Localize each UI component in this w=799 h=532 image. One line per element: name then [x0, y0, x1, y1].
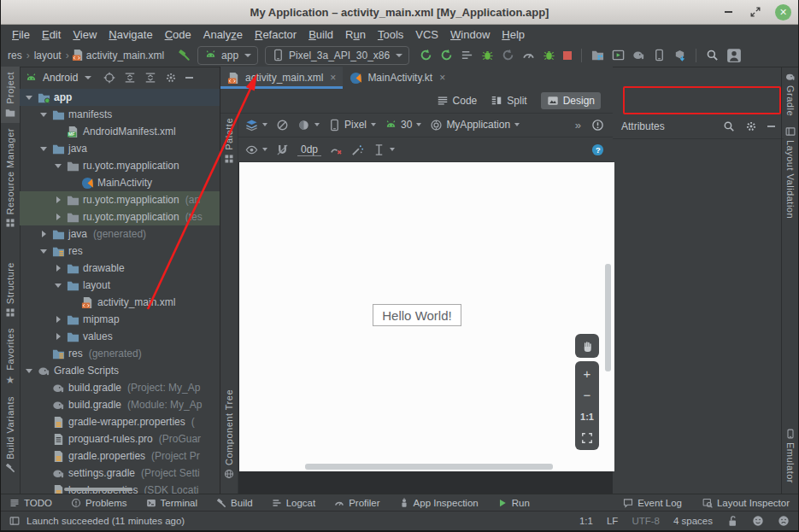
app-inspection-button[interactable]: App Inspection [399, 498, 479, 508]
device-preview-surface[interactable]: Hello World! [239, 162, 614, 471]
build-hammer-icon[interactable] [178, 49, 191, 61]
infer-constraints-icon[interactable] [351, 143, 364, 156]
avd-manager-icon[interactable] [653, 49, 666, 61]
breadcrumb-layout[interactable]: layout [32, 50, 63, 61]
horizontal-scrollbar[interactable] [305, 464, 553, 470]
clear-constraints-icon[interactable] [330, 143, 343, 156]
profiler-gauge-icon[interactable] [522, 49, 535, 61]
locate-file-icon[interactable] [103, 72, 115, 84]
autoconnect-icon[interactable] [276, 143, 289, 156]
vertical-scrollbar[interactable] [605, 264, 611, 371]
tree-item-settings-gradle[interactable]: settings.gradle(Project Setti [20, 465, 220, 482]
lock-icon[interactable] [726, 515, 738, 527]
apply-code-changes-icon[interactable] [461, 49, 473, 61]
chevron-down-icon[interactable] [54, 161, 63, 171]
overflow-chevron[interactable]: » [575, 119, 581, 132]
gear-icon[interactable] [745, 120, 757, 132]
zoom-in-button[interactable]: + [575, 363, 599, 384]
frown-face-icon[interactable] [778, 515, 790, 527]
chevron-right-icon[interactable] [39, 230, 49, 239]
mode-code-button[interactable]: Code [437, 95, 478, 107]
sidebar-item-build-variants[interactable]: Build Variants [5, 391, 15, 478]
menu-analyze[interactable]: Analyze [197, 28, 249, 41]
tree-item-activity-main-xml[interactable]: activity_main.xml [20, 294, 220, 311]
tree-item-mainactivity[interactable]: MainActivity [20, 174, 220, 191]
tree-item-res[interactable]: res [20, 243, 220, 260]
orientation-icon[interactable] [276, 119, 289, 132]
night-mode-select[interactable] [297, 119, 320, 132]
horizontal-scrollbar[interactable] [64, 488, 132, 491]
tree-item-androidmanifest[interactable]: AndroidManifest.xml [20, 123, 220, 140]
minimize-button[interactable] [720, 4, 736, 20]
tool-window-toggle-icon[interactable] [9, 516, 20, 526]
device-select[interactable]: Pixel_3a_API_30_x86 [265, 46, 409, 65]
restore-button[interactable] [748, 4, 763, 20]
tree-item-build-gradle-module[interactable]: build.gradle(Module: My_Ap [20, 396, 220, 413]
chevron-right-icon[interactable] [54, 315, 63, 324]
apply-changes-icon[interactable] [440, 49, 453, 61]
run-icon[interactable] [420, 49, 432, 61]
chevron-down-icon[interactable] [39, 110, 49, 120]
tree-item-java[interactable]: java [20, 140, 220, 157]
menu-vcs[interactable]: VCS [409, 28, 444, 41]
breadcrumb-file[interactable]: activity_main.xml [85, 50, 166, 61]
event-log-button[interactable]: Event Log [623, 498, 682, 508]
tree-item-manifests[interactable]: manifests [20, 106, 220, 123]
chevron-down-icon[interactable] [39, 247, 49, 256]
indent-setting[interactable]: 4 spaces [673, 516, 713, 526]
close-button[interactable]: ✕ [775, 4, 791, 20]
design-surface-select[interactable] [245, 119, 267, 132]
file-encoding[interactable]: UTF-8 [632, 516, 660, 526]
mode-design-button[interactable]: Design [541, 92, 601, 109]
running-devices-icon[interactable] [612, 49, 625, 61]
chevron-right-icon[interactable] [54, 264, 63, 273]
sidebar-item-gradle[interactable]: Gradle [785, 67, 796, 121]
chevron-right-icon[interactable] [54, 332, 63, 342]
tree-item-res-generated[interactable]: res(generated) [20, 345, 220, 362]
logcat-button[interactable]: Logcat [272, 498, 316, 508]
sidebar-item-resource-manager[interactable]: Resource Manager [5, 123, 15, 234]
sidebar-item-emulator[interactable]: Emulator [785, 424, 796, 488]
menu-run[interactable]: Run [339, 28, 372, 41]
chevron-down-icon[interactable] [39, 144, 49, 154]
api-version-select[interactable]: 30 [385, 119, 421, 132]
menu-build[interactable]: Build [303, 28, 339, 41]
project-view-select[interactable]: Android [43, 72, 78, 84]
sdk-manager-icon[interactable] [673, 49, 686, 61]
chevron-down-icon[interactable] [25, 366, 34, 376]
chevron-right-icon[interactable] [54, 196, 63, 205]
tab-activity-main-xml[interactable]: activity_main.xml × [220, 67, 343, 89]
run-configuration-select[interactable]: app [197, 46, 258, 65]
todo-button[interactable]: TODO [9, 498, 52, 508]
tree-item-app[interactable]: app [20, 89, 220, 106]
menu-window[interactable]: Window [444, 28, 496, 41]
problems-button[interactable]: Problems [71, 498, 127, 508]
debug-icon[interactable] [481, 49, 494, 61]
mode-split-button[interactable]: Split [491, 95, 526, 107]
hide-panel-icon[interactable] [767, 126, 775, 127]
menu-help[interactable]: Help [496, 28, 531, 41]
tree-item-package-androidtest[interactable]: ru.yotc.myapplication(an [20, 191, 220, 208]
profiler-button[interactable]: Profiler [334, 498, 379, 508]
tab-mainactivity-kt[interactable]: MainActivity.kt × [343, 67, 452, 89]
tree-item-mipmap[interactable]: mipmap [20, 311, 220, 328]
menu-refactor[interactable]: Refactor [249, 28, 303, 41]
search-everywhere-icon[interactable] [706, 49, 719, 61]
sidebar-item-project[interactable]: Project [1, 67, 20, 123]
menu-edit[interactable]: Edit [36, 28, 67, 41]
theme-select[interactable]: MyApplication [430, 119, 520, 132]
zoom-out-button[interactable]: − [575, 384, 599, 406]
close-icon[interactable]: × [439, 72, 445, 84]
terminal-button[interactable]: Terminal [146, 498, 197, 508]
tree-item-values[interactable]: values [20, 328, 220, 345]
tree-item-proguard-rules[interactable]: proguard-rules.pro(ProGuar [20, 430, 220, 447]
tree-item-package[interactable]: ru.yotc.myapplication [20, 157, 220, 174]
profile-icon[interactable] [502, 49, 514, 61]
issues-icon[interactable] [591, 119, 604, 132]
smiley-face-icon[interactable] [752, 515, 764, 527]
help-icon[interactable] [591, 143, 604, 156]
search-icon[interactable] [723, 120, 735, 132]
stop-icon[interactable] [563, 51, 572, 60]
chevron-right-icon[interactable] [54, 213, 63, 222]
breadcrumb-res[interactable]: res [6, 50, 24, 61]
